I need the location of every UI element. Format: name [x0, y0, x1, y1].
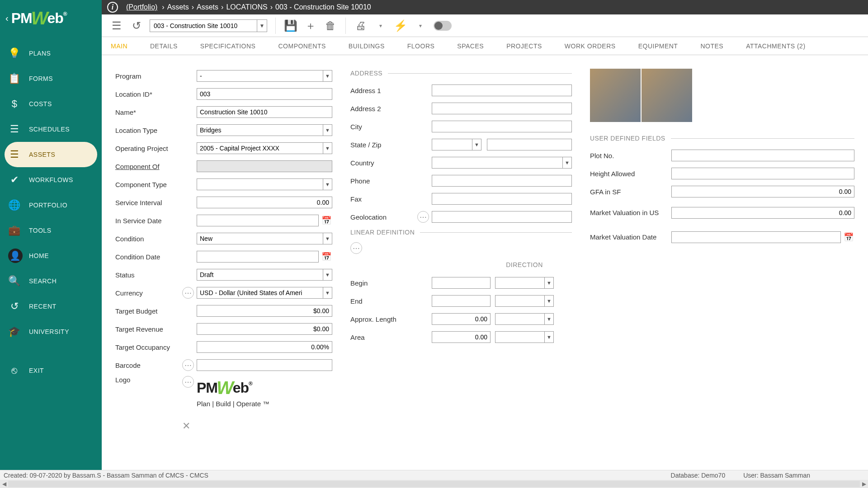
condition-select[interactable]: New▼: [197, 233, 332, 244]
bolt-icon[interactable]: ⚡: [394, 19, 407, 33]
address1-input[interactable]: [432, 84, 572, 96]
label-target-budget: Target Budget: [115, 307, 197, 315]
plot-no-input[interactable]: [671, 150, 854, 161]
geolocation-more-icon[interactable]: ⋯: [417, 211, 429, 223]
add-icon[interactable]: ＋: [304, 19, 317, 33]
sidebar-item-tools[interactable]: 💼 TOOLS: [0, 218, 102, 243]
height-allowed-input[interactable]: [671, 168, 854, 179]
approx-unit-select[interactable]: ▼: [495, 313, 554, 325]
market-val-us-input[interactable]: [671, 207, 854, 219]
sidebar-label: PLANS: [29, 50, 51, 57]
operating-project-select[interactable]: 2005 - Capital Project XXXX▼: [197, 142, 332, 154]
begin-dir-select[interactable]: ▼: [495, 277, 554, 289]
area-unit-select[interactable]: ▼: [495, 331, 554, 343]
tab-spaces[interactable]: SPACES: [457, 42, 484, 50]
component-type-select[interactable]: ▼: [197, 178, 332, 190]
list-icon[interactable]: ☰: [110, 19, 123, 33]
service-interval-input[interactable]: [197, 197, 332, 208]
breadcrumb-locations[interactable]: LOCATIONS: [226, 3, 267, 11]
calendar-icon[interactable]: 📅: [321, 215, 332, 226]
target-budget-input[interactable]: [197, 305, 332, 317]
sidebar-item-university[interactable]: 🎓 UNIVERSITY: [0, 319, 102, 344]
tab-floors[interactable]: FLOORS: [407, 42, 435, 50]
tab-components[interactable]: COMPONENTS: [278, 42, 326, 50]
target-occupancy-input[interactable]: [197, 341, 332, 353]
program-select[interactable]: -▼: [197, 70, 332, 82]
name-input[interactable]: [197, 106, 332, 118]
city-input[interactable]: [432, 121, 572, 132]
logo-more-icon[interactable]: ⋯: [182, 376, 194, 388]
phone-input[interactable]: [432, 175, 572, 187]
approx-length-input[interactable]: [432, 313, 491, 325]
condition-date-input[interactable]: [197, 251, 319, 263]
delete-icon[interactable]: 🗑: [324, 19, 337, 33]
thumbnail-2[interactable]: [642, 69, 692, 122]
begin-input[interactable]: [432, 277, 491, 289]
sidebar-item-workflows[interactable]: ✔ WORKFLOWS: [0, 167, 102, 192]
horizontal-scrollbar[interactable]: ◀ ▶: [0, 480, 868, 488]
currency-select[interactable]: USD - Dollar (United States of Ameri▼: [197, 287, 332, 299]
sidebar-item-forms[interactable]: 📋 FORMS: [0, 66, 102, 91]
end-dir-select[interactable]: ▼: [495, 295, 554, 307]
tab-attachments[interactable]: ATTACHMENTS (2): [746, 42, 805, 50]
sidebar-item-recent[interactable]: ↺ RECENT: [0, 294, 102, 319]
breadcrumb-assets1[interactable]: Assets: [167, 3, 189, 11]
tab-notes[interactable]: NOTES: [700, 42, 723, 50]
tab-details[interactable]: DETAILS: [150, 42, 178, 50]
sidebar-item-search[interactable]: 🔍 SEARCH: [0, 268, 102, 294]
calendar-icon[interactable]: 📅: [843, 231, 854, 243]
barcode-more-icon[interactable]: ⋯: [182, 359, 194, 371]
undo-icon[interactable]: ↺: [130, 19, 143, 33]
scroll-left-icon[interactable]: ◀: [0, 481, 8, 487]
sidebar-item-plans[interactable]: 💡 PLANS: [0, 41, 102, 66]
in-service-date-input[interactable]: [197, 215, 319, 226]
print-icon[interactable]: 🖨: [354, 19, 368, 33]
info-icon[interactable]: i: [107, 2, 118, 13]
sidebar-item-assets[interactable]: ☰ ASSETS: [5, 142, 97, 167]
barcode-input[interactable]: [197, 359, 332, 371]
lindef-more-icon[interactable]: ⋯: [350, 242, 362, 254]
save-icon[interactable]: 💾: [284, 19, 297, 33]
sidebar-item-costs[interactable]: $ COSTS: [0, 91, 102, 117]
area-input[interactable]: [432, 331, 491, 343]
tab-projects[interactable]: PROJECTS: [506, 42, 542, 50]
status-db-value: Demo70: [701, 472, 725, 479]
label-component-of[interactable]: Component Of: [115, 163, 197, 170]
tab-specifications[interactable]: SPECIFICATIONS: [200, 42, 256, 50]
chevron-down-icon[interactable]: ▼: [257, 20, 267, 32]
calendar-icon[interactable]: 📅: [321, 251, 332, 263]
end-input[interactable]: [432, 295, 491, 307]
fax-input[interactable]: [432, 193, 572, 205]
tab-main[interactable]: MAIN: [111, 42, 127, 50]
tab-buildings[interactable]: BUILDINGS: [349, 42, 385, 50]
print-dropdown-icon[interactable]: ▾: [374, 19, 387, 33]
address2-input[interactable]: [432, 103, 572, 114]
thumbnail-1[interactable]: [590, 69, 641, 122]
status-select[interactable]: Draft▼: [197, 269, 332, 281]
breadcrumb-assets2[interactable]: Assets: [197, 3, 218, 11]
gfa-input[interactable]: [671, 186, 854, 197]
tab-workorders[interactable]: WORK ORDERS: [565, 42, 616, 50]
market-val-date-input[interactable]: [671, 231, 841, 243]
bolt-dropdown-icon[interactable]: ▾: [414, 19, 427, 33]
sidebar-item-portfolio[interactable]: 🌐 PORTFOLIO: [0, 192, 102, 218]
zip-input[interactable]: [487, 139, 572, 150]
location-id-input[interactable]: [197, 88, 332, 100]
scroll-right-icon[interactable]: ▶: [860, 481, 868, 487]
geolocation-input[interactable]: [432, 211, 572, 223]
sidebar-item-exit[interactable]: ⎋ EXIT: [0, 358, 102, 383]
currency-more-icon[interactable]: ⋯: [182, 287, 194, 299]
record-selector[interactable]: 003 - Construction Site 10010 ▼: [150, 19, 267, 32]
remove-logo-icon[interactable]: ✕: [182, 420, 332, 432]
breadcrumb-portfolio[interactable]: (Portfolio): [126, 3, 157, 11]
target-revenue-input[interactable]: [197, 323, 332, 335]
sidebar-item-home[interactable]: 👤 HOME: [0, 243, 102, 268]
tab-equipment[interactable]: EQUIPMENT: [638, 42, 678, 50]
toggle-switch[interactable]: [434, 21, 452, 31]
location-type-select[interactable]: Bridges▼: [197, 124, 332, 136]
collapse-sidebar-icon[interactable]: ‹: [5, 13, 9, 23]
state-select[interactable]: ▼: [432, 139, 481, 150]
sidebar-item-schedules[interactable]: ☰ SCHEDULES: [0, 117, 102, 142]
status-user-value: Bassam Samman: [760, 472, 810, 479]
country-select[interactable]: ▼: [432, 157, 572, 169]
